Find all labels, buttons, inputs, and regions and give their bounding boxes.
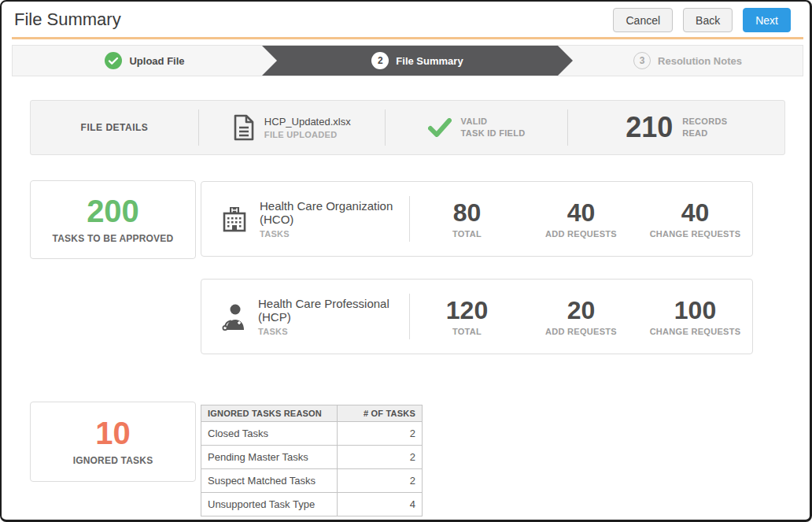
stat-label: ADD REQUESTS	[524, 327, 638, 336]
file-details-bar: FILE DETAILS HCP_Updated.xlsx FILE UPLOA…	[30, 100, 785, 155]
back-button[interactable]: Back	[683, 8, 733, 32]
hco-card-subtitle: TASKS	[260, 229, 409, 239]
hco-tasks-card: Health Care Organization (HCO) TASKS 80 …	[201, 181, 753, 257]
next-button[interactable]: Next	[743, 8, 791, 32]
file-details-section: FILE DETAILS	[31, 101, 198, 154]
table-row: Unsupported Task Type 4	[201, 493, 423, 516]
file-details-label: FILE DETAILS	[81, 122, 149, 133]
hospital-icon	[220, 205, 249, 233]
step-label: File Summary	[396, 55, 463, 67]
stat-label: TOTAL	[410, 229, 524, 239]
stat-label: ADD REQUESTS	[524, 229, 638, 239]
task-id-field-label: TASK ID FIELD	[461, 128, 526, 139]
ignored-tasks-table: IGNORED TASKS REASON # OF TASKS Closed T…	[201, 405, 423, 516]
tasks-approved-value: 200	[87, 195, 139, 227]
step-number-badge: 2	[371, 52, 389, 69]
read-label: READ	[682, 128, 727, 139]
ignored-tasks-label: IGNORED TASKS	[73, 455, 153, 466]
step-upload-file[interactable]: Upload File	[13, 46, 277, 76]
stat-label: TOTAL	[410, 327, 524, 336]
page-title: File Summary	[14, 9, 121, 30]
valid-task-id-section: VALID TASK ID FIELD	[386, 101, 568, 154]
stat-change-requests: 40 CHANGE REQUESTS	[638, 199, 752, 239]
reason-cell: Closed Tasks	[201, 422, 338, 446]
stat-change-requests: 100 CHANGE REQUESTS	[638, 297, 752, 336]
count-cell: 2	[338, 422, 423, 446]
check-icon	[428, 118, 452, 137]
records-label: RECORDS	[682, 116, 727, 128]
count-cell: 2	[338, 469, 423, 493]
file-uploaded-section: HCP_Updated.xlsx FILE UPLOADED	[199, 101, 385, 154]
doctor-icon	[220, 302, 247, 331]
step-resolution-notes[interactable]: 3 Resolution Notes	[573, 46, 803, 76]
file-summary-window: File Summary Cancel Back Next Upload Fil…	[0, 0, 812, 522]
tasks-approved-label: TASKS TO BE APPROVED	[53, 233, 174, 244]
hcp-card-subtitle: TASKS	[258, 327, 409, 336]
stat-value: 40	[638, 199, 752, 226]
hcp-card-stats: 120 TOTAL 20 ADD REQUESTS 100 CHANGE REQ…	[410, 297, 752, 336]
stat-value: 80	[410, 199, 524, 226]
table-row: Suspect Matched Tasks 2	[201, 469, 423, 493]
reason-cell: Pending Master Tasks	[201, 446, 338, 469]
stat-label: CHANGE REQUESTS	[638, 229, 752, 239]
stat-add-requests: 20 ADD REQUESTS	[524, 297, 638, 336]
stat-label: CHANGE REQUESTS	[638, 327, 752, 336]
hcp-card-header: Health Care Professional (HCP) TASKS	[201, 297, 409, 336]
header-divider	[12, 37, 803, 39]
hcp-card-title: Health Care Professional (HCP)	[258, 297, 409, 324]
file-uploaded-label: FILE UPLOADED	[264, 130, 351, 139]
check-circle-icon	[105, 52, 122, 69]
table-header-count: # OF TASKS	[338, 405, 423, 422]
table-row: Closed Tasks 2	[201, 422, 423, 446]
stat-value: 100	[638, 297, 752, 324]
reason-cell: Unsupported Task Type	[201, 493, 338, 516]
stat-value: 120	[410, 297, 524, 324]
reason-cell: Suspect Matched Tasks	[201, 469, 338, 493]
records-read-section: 210 RECORDS READ	[568, 101, 784, 154]
stat-total: 80 TOTAL	[410, 199, 524, 239]
wizard-stepper: Upload File 2 File Summary 3 Resolution …	[12, 45, 803, 76]
uploaded-file-name: HCP_Updated.xlsx	[264, 116, 351, 128]
step-label: Upload File	[129, 55, 184, 67]
table-header-row: IGNORED TASKS REASON # OF TASKS	[201, 405, 423, 422]
stat-value: 20	[524, 297, 638, 324]
hco-card-header: Health Care Organization (HCO) TASKS	[201, 199, 409, 239]
step-label: Resolution Notes	[658, 55, 742, 67]
hcp-tasks-card: Health Care Professional (HCP) TASKS 120…	[201, 279, 753, 354]
stat-add-requests: 40 ADD REQUESTS	[524, 199, 638, 239]
table-row: Pending Master Tasks 2	[201, 446, 423, 469]
hco-card-title: Health Care Organization (HCO)	[260, 199, 409, 226]
ignored-tasks-card: 10 IGNORED TASKS	[30, 402, 196, 482]
step-number-badge: 3	[633, 52, 651, 69]
table-header-reason: IGNORED TASKS REASON	[201, 405, 338, 422]
count-cell: 2	[338, 446, 423, 469]
stat-value: 40	[524, 199, 638, 226]
count-cell: 4	[338, 493, 423, 516]
header-buttons: Cancel Back Next	[613, 8, 791, 32]
ignored-tasks-value: 10	[95, 417, 131, 449]
tasks-approved-card: 200 TASKS TO BE APPROVED	[30, 180, 196, 259]
hco-card-stats: 80 TOTAL 40 ADD REQUESTS 40 CHANGE REQUE…	[410, 199, 752, 239]
step-file-summary[interactable]: 2 File Summary	[262, 46, 573, 76]
valid-label: VALID	[461, 116, 526, 128]
stat-total: 120 TOTAL	[410, 297, 524, 336]
records-read-value: 210	[626, 111, 673, 144]
document-icon	[233, 114, 255, 141]
cancel-button[interactable]: Cancel	[613, 8, 673, 32]
